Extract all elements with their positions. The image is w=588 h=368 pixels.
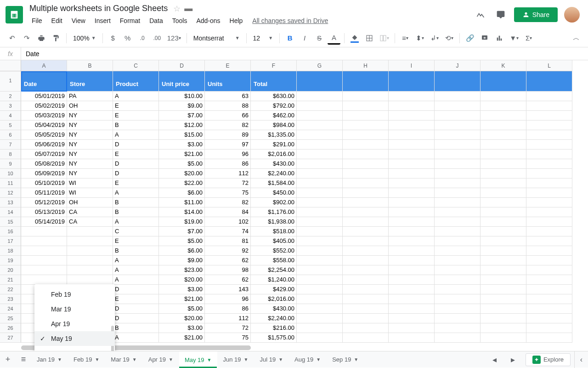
cell[interactable] (343, 217, 389, 227)
chevron-down-icon[interactable]: ▼ (354, 357, 358, 362)
cell[interactable]: 86 (205, 304, 251, 314)
cell[interactable] (389, 323, 435, 333)
cell[interactable] (343, 178, 389, 188)
cell[interactable] (481, 92, 526, 101)
cell[interactable] (297, 198, 343, 207)
cell[interactable] (435, 92, 481, 101)
menu-view[interactable]: View (68, 15, 90, 26)
cell[interactable] (297, 285, 343, 294)
cell[interactable] (343, 121, 389, 130)
cell[interactable]: 72 (205, 323, 251, 333)
sheet-tab[interactable]: Jan 19▼ (31, 351, 68, 368)
cell[interactable]: $5.00 (159, 236, 205, 246)
row-header[interactable]: 21 (0, 275, 21, 285)
cell[interactable]: $3.00 (159, 285, 205, 294)
cell[interactable] (343, 198, 389, 207)
cell[interactable]: $462.00 (251, 111, 297, 121)
header-cell[interactable]: Total (251, 71, 297, 92)
undo-icon[interactable]: ↶ (6, 32, 18, 45)
percent-icon[interactable]: % (121, 32, 134, 45)
cell[interactable] (435, 217, 481, 227)
row-header[interactable]: 9 (0, 159, 21, 169)
header-cell[interactable]: Units (205, 71, 251, 92)
cell[interactable] (526, 207, 572, 217)
sheet-popup-item[interactable]: Mar 19 (34, 302, 115, 316)
cell[interactable] (389, 236, 435, 246)
cell[interactable]: E (113, 101, 159, 111)
cell[interactable]: $1,240.00 (251, 275, 297, 285)
fill-color-button[interactable] (348, 32, 361, 45)
cell[interactable]: $22.00 (159, 178, 205, 188)
cell[interactable] (67, 275, 113, 285)
cell[interactable] (343, 140, 389, 150)
cell[interactable]: $630.00 (251, 92, 297, 101)
chevron-down-icon[interactable]: ▼ (169, 357, 173, 362)
cell[interactable] (389, 207, 435, 217)
cell[interactable] (435, 227, 481, 236)
cell[interactable] (389, 169, 435, 178)
cell[interactable] (389, 159, 435, 169)
cell[interactable]: $2,240.00 (251, 314, 297, 323)
font-select[interactable]: Montserrat▼ (191, 34, 243, 42)
cell[interactable] (343, 323, 389, 333)
cell[interactable] (481, 304, 526, 314)
cell[interactable] (435, 121, 481, 130)
header-cell[interactable]: Date (21, 71, 67, 92)
cell[interactable] (526, 71, 572, 92)
cell[interactable] (526, 150, 572, 159)
cell[interactable]: $11.00 (159, 198, 205, 207)
cell[interactable]: $2,240.00 (251, 169, 297, 178)
share-button[interactable]: Share (514, 7, 558, 22)
column-header[interactable]: C (113, 60, 159, 71)
side-panel-toggle-icon[interactable]: ‹ (574, 351, 588, 368)
cell[interactable] (297, 294, 343, 304)
menu-help[interactable]: Help (226, 15, 247, 26)
row-header[interactable]: 26 (0, 323, 21, 333)
cell[interactable] (343, 236, 389, 246)
column-header[interactable]: G (297, 60, 343, 71)
cell[interactable] (343, 169, 389, 178)
collapse-toolbar-icon[interactable]: ︿ (570, 32, 582, 45)
cell[interactable]: CA (67, 217, 113, 227)
cell[interactable]: 05/11/2019 (21, 188, 67, 198)
cell[interactable] (343, 207, 389, 217)
cell[interactable] (526, 169, 572, 178)
explore-button[interactable]: ✦ Explore (526, 353, 571, 366)
cell[interactable]: 05/08/2019 (21, 159, 67, 169)
cell[interactable] (389, 111, 435, 121)
cell[interactable]: 84 (205, 207, 251, 217)
cell[interactable] (526, 130, 572, 140)
cell[interactable] (343, 294, 389, 304)
cell[interactable]: 82 (205, 121, 251, 130)
cell[interactable]: 05/01/2019 (21, 92, 67, 101)
sheet-popup-item[interactable]: Feb 19 (34, 287, 115, 302)
cell[interactable]: 62 (205, 256, 251, 265)
row-header[interactable]: 8 (0, 150, 21, 159)
cell[interactable]: NY (67, 150, 113, 159)
cell[interactable] (343, 227, 389, 236)
cell[interactable] (435, 314, 481, 323)
cell[interactable]: 62 (205, 275, 251, 285)
cell[interactable] (481, 285, 526, 294)
header-cell[interactable]: Product (113, 71, 159, 92)
cell[interactable]: E (113, 111, 159, 121)
column-header[interactable]: E (205, 60, 251, 71)
cell[interactable] (481, 207, 526, 217)
cell[interactable] (526, 101, 572, 111)
sheet-tab[interactable]: Jun 19▼ (217, 351, 254, 368)
sheet-popup-item[interactable]: ✓May 19 (34, 331, 115, 346)
sheet-popup-item[interactable]: Apr 19 (34, 316, 115, 331)
chevron-down-icon[interactable]: ▼ (57, 357, 62, 362)
cell[interactable]: $3.00 (159, 323, 205, 333)
save-status[interactable]: All changes saved in Drive (248, 15, 333, 26)
merge-button[interactable]: ▾ (378, 32, 391, 45)
cell[interactable] (526, 314, 572, 323)
avatar[interactable] (564, 7, 580, 23)
cell[interactable]: 74 (205, 227, 251, 236)
cell[interactable]: $7.00 (159, 227, 205, 236)
column-header[interactable]: H (343, 60, 389, 71)
cell[interactable] (526, 285, 572, 294)
cell[interactable] (297, 130, 343, 140)
cell[interactable]: D (113, 140, 159, 150)
sheet-tab[interactable]: May 19▼ (179, 351, 218, 368)
